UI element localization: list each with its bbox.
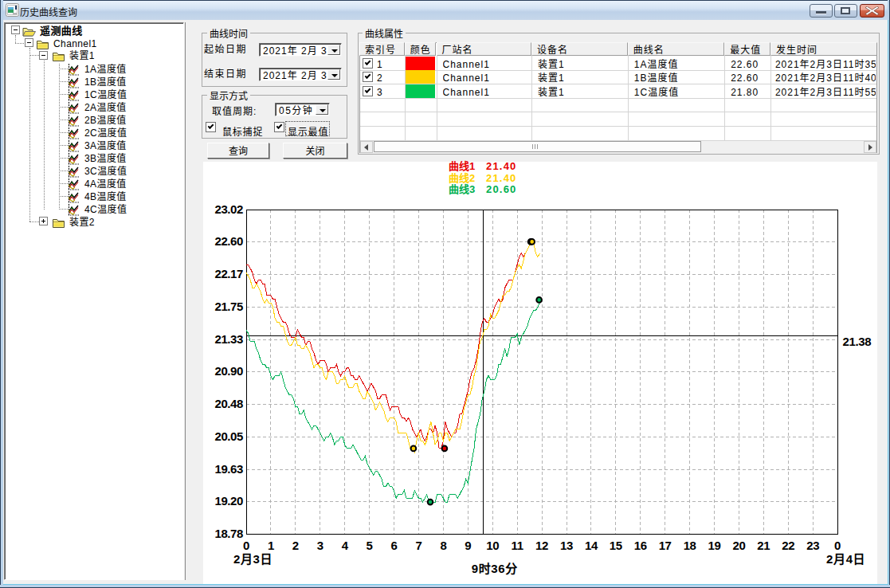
svg-text:7: 7 xyxy=(415,536,421,553)
svg-text:20: 20 xyxy=(732,536,745,553)
svg-text:19: 19 xyxy=(708,536,721,553)
svg-text:6: 6 xyxy=(391,536,398,553)
svg-text:12: 12 xyxy=(535,536,548,553)
svg-text:21.38: 21.38 xyxy=(843,332,872,349)
svg-text:23.02: 23.02 xyxy=(214,200,243,217)
svg-text:11: 11 xyxy=(512,536,523,553)
svg-text:20.05: 20.05 xyxy=(214,427,243,444)
svg-text:13: 13 xyxy=(560,536,573,553)
svg-text:9: 9 xyxy=(465,536,471,553)
svg-text:22.17: 22.17 xyxy=(214,265,243,281)
svg-text:19.20: 19.20 xyxy=(214,492,243,508)
svg-text:20.90: 20.90 xyxy=(214,362,243,378)
svg-text:10: 10 xyxy=(486,536,499,553)
svg-text:15: 15 xyxy=(610,536,622,553)
svg-text:4: 4 xyxy=(342,536,349,553)
svg-text:18: 18 xyxy=(684,536,696,553)
svg-text:21: 21 xyxy=(757,536,770,553)
svg-text:19.63: 19.63 xyxy=(214,460,243,476)
svg-text:21.33: 21.33 xyxy=(214,330,243,347)
svg-text:18.78: 18.78 xyxy=(214,524,243,541)
svg-text:21.75: 21.75 xyxy=(214,297,243,314)
svg-text:23: 23 xyxy=(806,536,819,553)
svg-text:3: 3 xyxy=(317,536,323,553)
svg-text:17: 17 xyxy=(659,536,672,553)
svg-text:14: 14 xyxy=(585,536,598,553)
svg-text:2月4日: 2月4日 xyxy=(826,550,865,566)
svg-text:22.60: 22.60 xyxy=(214,232,243,249)
svg-text:2月3日: 2月3日 xyxy=(233,550,272,566)
svg-text:8: 8 xyxy=(440,536,446,553)
svg-text:9时36分: 9时36分 xyxy=(472,559,518,576)
svg-text:20.48: 20.48 xyxy=(214,394,243,411)
svg-text:22: 22 xyxy=(782,536,794,553)
svg-text:16: 16 xyxy=(634,536,647,553)
svg-text:5: 5 xyxy=(367,536,373,553)
svg-text:2: 2 xyxy=(292,536,299,553)
